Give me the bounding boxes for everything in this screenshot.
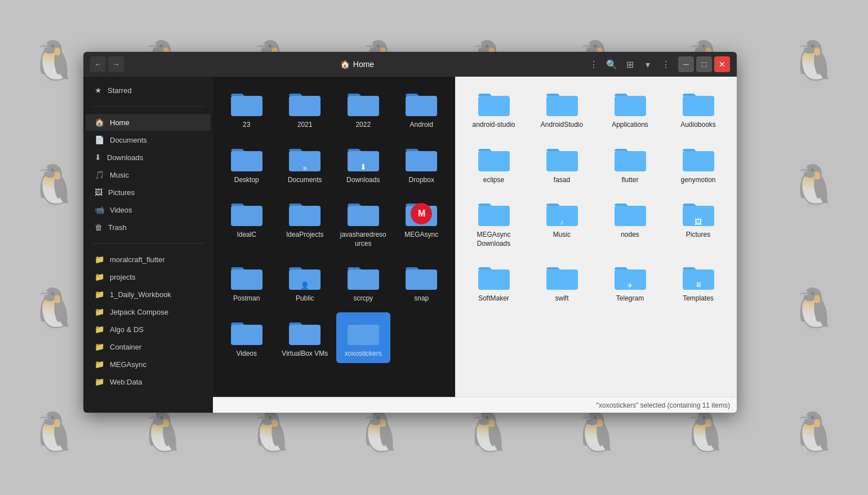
svg-rect-2 — [348, 96, 379, 116]
sidebar-item-trash[interactable]: 🗑 Trash — [86, 219, 211, 236]
titlebar-actions: ⋮ 🔍 ⊞ ▾ ⋮ ─ □ ✕ — [586, 56, 730, 72]
folder-item-2022[interactable]: 2022 — [336, 83, 390, 134]
menu-dots-button[interactable]: ⋮ — [586, 56, 602, 72]
folder-item-softmaker[interactable]: SoftMaker — [462, 257, 526, 308]
sidebar-starred-label: Starred — [108, 86, 132, 95]
folder-label-public: Public — [296, 294, 314, 303]
folder-item-templates[interactable]: 🖥Templates — [666, 257, 730, 308]
folder-label-applications: Applications — [612, 121, 648, 130]
folder-label-eclipse: eclipse — [483, 176, 504, 185]
titlebar: ← → 🏠 Home ⋮ 🔍 ⊞ ▾ ⋮ ─ □ ✕ — [83, 52, 737, 77]
svg-rect-15 — [406, 269, 437, 290]
folder-item-downloads[interactable]: ⬇Downloads — [336, 139, 390, 189]
folder-item-javasharedresources[interactable]: javasharedresources — [336, 193, 390, 253]
folder-item-public[interactable]: 👤Public — [278, 257, 332, 308]
sidebar-item-web-data[interactable]: 📁 Web:Data — [86, 373, 211, 390]
folder-item-android_studio[interactable]: android-studio — [462, 83, 526, 134]
folder-icon-applications — [612, 89, 648, 118]
sidebar-item-downloads[interactable]: ⬇ Downloads — [86, 149, 211, 166]
overflow-menu-button[interactable]: ⋮ — [658, 56, 674, 72]
back-button[interactable]: ← — [90, 56, 106, 72]
folder-item-swift[interactable]: swift — [530, 257, 594, 308]
folder-item-desktop[interactable]: Desktop — [220, 139, 274, 189]
folder-item-fasad[interactable]: fasad — [530, 139, 594, 189]
folder-item-dropbox[interactable]: Dropbox — [395, 139, 449, 189]
sidebar-item-documents[interactable]: 📄 Documents — [86, 131, 211, 148]
view-arrow-button[interactable]: ▾ — [640, 56, 656, 72]
sidebar-item-daily-workbook[interactable]: 📁 1_Daily_Workbook — [86, 286, 211, 303]
folder-icon-snap — [403, 263, 439, 292]
close-button[interactable]: ✕ — [714, 56, 730, 72]
folder-icon-downloads: ⬇ — [345, 144, 381, 174]
folder-item-snap[interactable]: snap — [395, 257, 449, 308]
folder-item-megasync[interactable]: MMEGAsync — [395, 193, 449, 253]
search-button[interactable]: 🔍 — [604, 56, 620, 72]
downloads-icon: ⬇ — [95, 153, 101, 162]
sidebar-item-moralcraft[interactable]: 📁 moralcraft_flutter — [86, 251, 211, 268]
sidebar-item-jetpack-compose[interactable]: 📁 Jetpack Compose — [86, 303, 211, 320]
folder-item-applications[interactable]: Applications — [598, 83, 662, 134]
sidebar-item-algo-ds[interactable]: 📁 Algo & DS — [86, 321, 211, 338]
sidebar-item-megasync[interactable]: 📁 MEGAsync — [86, 356, 211, 373]
folder-icon-flutter — [612, 144, 648, 174]
folder-item-idealc[interactable]: IdealC — [220, 193, 274, 253]
folder-item-2021[interactable]: 2021 — [278, 83, 332, 134]
view-toggle-button[interactable]: ⊞ — [622, 56, 638, 72]
svg-rect-0 — [231, 96, 262, 116]
minimize-button[interactable]: ─ — [678, 56, 694, 72]
folder-item-videos[interactable]: Videos — [220, 312, 274, 363]
folder-item-23[interactable]: 23 — [220, 83, 274, 134]
folder-icon-idealc — [229, 199, 265, 228]
folder-label-megasync_downloads: MEGAsync Downloads — [469, 231, 519, 248]
folder-item-audiobooks[interactable]: Audiobooks — [666, 83, 730, 134]
folder-item-nodes[interactable]: nodes — [598, 193, 662, 253]
sidebar-item-projects[interactable]: 📁 projects — [86, 268, 211, 285]
sidebar-container-label: Container — [110, 343, 141, 351]
folder-icon-documents: ≡ — [287, 144, 323, 174]
titlebar-title: 🏠 Home — [128, 60, 586, 69]
folder-item-documents[interactable]: ≡Documents — [278, 139, 332, 189]
maximize-button[interactable]: □ — [696, 56, 712, 72]
sidebar-jetpack-label: Jetpack Compose — [110, 308, 168, 316]
sidebar-item-starred[interactable]: ★ Starred — [86, 82, 211, 99]
sidebar-pictures-label: Pictures — [108, 188, 135, 197]
folder-item-virtualbox_vms[interactable]: VirtualBox VMs — [278, 312, 332, 363]
folder-item-android[interactable]: Android — [395, 83, 449, 134]
folder-label-postman: Postman — [233, 294, 260, 303]
sidebar-item-music[interactable]: 🎵 Music — [86, 166, 211, 183]
folder-label-android: Android — [410, 121, 433, 130]
sidebar-item-home[interactable]: 🏠 Home — [86, 114, 211, 131]
folder-icon: 📁 — [95, 290, 104, 299]
folder-label-softmaker: SoftMaker — [478, 294, 509, 303]
folder-item-androidstudio[interactable]: AndroidStudio — [530, 83, 594, 134]
folder-label-videos: Videos — [237, 350, 257, 359]
folder-item-megasync_downloads[interactable]: MEGAsync Downloads — [462, 193, 526, 253]
sidebar-moralcraft-label: moralcraft_flutter — [110, 255, 165, 264]
folder-item-postman[interactable]: Postman — [220, 257, 274, 308]
folder-item-eclipse[interactable]: eclipse — [462, 139, 526, 189]
folder-icon-ideaprojects — [287, 199, 323, 228]
folder-icon-2022 — [345, 89, 381, 118]
folder-item-xoxostickers[interactable]: xoxostickers — [336, 312, 390, 363]
sidebar-item-pictures[interactable]: 🖼 Pictures — [86, 184, 211, 201]
statusbar: "xoxostickers" selected (containing 11 i… — [213, 397, 737, 413]
folder-item-scrcpy[interactable]: scrcpy — [336, 257, 390, 308]
sidebar-item-videos[interactable]: 📹 Videos — [86, 201, 211, 218]
forward-button[interactable]: → — [108, 56, 124, 72]
folder-label-2022: 2022 — [355, 121, 371, 130]
sidebar-item-container[interactable]: 📁 Container — [86, 338, 211, 355]
right-panel: android-studio AndroidStudio Application… — [455, 77, 737, 397]
music-badge-icon: ♪ — [560, 218, 564, 226]
folder-item-music[interactable]: ♪Music — [530, 193, 594, 253]
folder-icon-android — [403, 89, 439, 118]
starred-section: ★ Starred — [83, 77, 213, 104]
folder-item-pictures[interactable]: 🖼Pictures — [666, 193, 730, 253]
svg-rect-19 — [478, 96, 510, 116]
folder-item-telegram[interactable]: ✈Telegram — [598, 257, 662, 308]
folder-icon-megasync_downloads — [476, 199, 512, 228]
folder-item-genymotion[interactable]: genymotion — [666, 139, 730, 189]
home-icon: 🏠 — [95, 118, 104, 127]
folder-item-flutter[interactable]: flutter — [598, 139, 662, 189]
folder-item-ideaprojects[interactable]: IdeaProjects — [278, 193, 332, 253]
sidebar-projects-label: projects — [110, 273, 136, 281]
